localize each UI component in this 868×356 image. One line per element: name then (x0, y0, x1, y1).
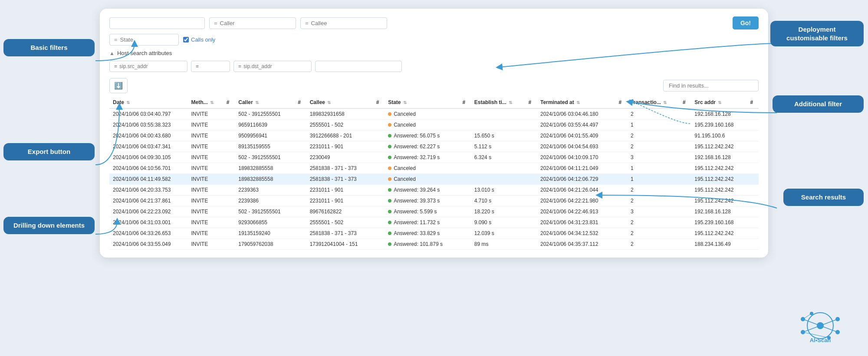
col-terminated[interactable]: Terminated at ⇅ (537, 97, 615, 108)
cell-callee: 189832931658 (306, 108, 373, 120)
sip-dst-input[interactable]: = (233, 61, 312, 72)
table-row[interactable]: 2024/10/06 04:33:26.653 INVITE 191351592… (109, 228, 759, 239)
cell-state: Answered: 101.879 s (385, 239, 459, 250)
sip-dst-eq-sign: = (238, 63, 241, 69)
cell-c4 (459, 239, 470, 250)
cell-c6 (615, 174, 627, 185)
table-row[interactable]: 2024/10/06 04:20:33.753 INVITE 2239363 2… (109, 185, 759, 196)
eq-input[interactable] (191, 61, 230, 72)
date-range-input[interactable]: 2024/10/04 22:32 - 2024/11/04 23:32 (109, 17, 205, 29)
cell-method: INVITE (188, 131, 223, 141)
cell-terminated: 2024/10/06 04:10:09.170 (537, 152, 615, 163)
sip-src-field[interactable] (119, 63, 183, 69)
cell-callee: 2231011 - 901 (306, 185, 373, 196)
export-button[interactable]: ⬇️ (109, 78, 128, 93)
cell-c6 (615, 141, 627, 152)
table-row[interactable]: 2024/10/06 04:09:30.105 INVITE 502 - 391… (109, 152, 759, 163)
calls-only-label[interactable]: Calls only (183, 36, 215, 43)
col-c8[interactable]: # (746, 97, 759, 108)
cell-establish (471, 108, 525, 120)
table-row[interactable]: 2024/10/06 04:31:03.001 INVITE 929306685… (109, 217, 759, 228)
col-callee[interactable]: Callee ⇅ (306, 97, 373, 108)
cell-c6 (615, 131, 627, 141)
cell-c5 (525, 141, 537, 152)
table-row[interactable]: 2024/10/06 03:55:38.323 INVITE 965911663… (109, 120, 759, 131)
sip-dst-field[interactable] (243, 63, 307, 69)
cell-date: 2024/10/06 04:10:56.701 (109, 163, 188, 174)
svg-text:Al•Scan: Al•Scan (810, 337, 831, 343)
find-field[interactable] (669, 82, 753, 89)
col-c3[interactable]: # (373, 97, 385, 108)
col-c7[interactable]: # (679, 97, 691, 108)
callee-input[interactable]: = (300, 17, 387, 29)
col-c2[interactable]: # (294, 97, 306, 108)
cell-c8 (746, 108, 759, 120)
cell-src-addr: 195.112.242.242 (691, 141, 746, 152)
cell-terminated: 2024/10/06 03:04:46.180 (537, 108, 615, 120)
table-row[interactable]: 2024/10/06 03:04:40.797 INVITE 502 - 391… (109, 108, 759, 120)
cell-establish: 15.650 s (471, 131, 525, 141)
cell-method: INVITE (188, 206, 223, 217)
cell-src-addr: 192.168.16.128 (691, 206, 746, 217)
table-row[interactable]: 2024/10/06 04:11:49.582 INVITE 189832885… (109, 174, 759, 185)
col-establish[interactable]: Establish ti... ⇅ (471, 97, 525, 108)
cell-method: INVITE (188, 196, 223, 206)
cell-c7 (679, 196, 691, 206)
col-method[interactable]: Meth... ⇅ (188, 97, 223, 108)
callee-field[interactable] (311, 20, 382, 26)
cell-callee: 2581838 - 371 - 373 (306, 228, 373, 239)
table-row[interactable]: 2024/10/06 04:00:43.680 INVITE 950995694… (109, 131, 759, 141)
cell-establish: 18.220 s (471, 206, 525, 217)
cell-c7 (679, 239, 691, 250)
find-in-results-input[interactable] (663, 80, 759, 91)
col-c6[interactable]: # (615, 97, 627, 108)
col-caller[interactable]: Caller ⇅ (235, 97, 294, 108)
col-c4[interactable]: # (459, 97, 470, 108)
pbx-input[interactable]: =- PBX-.* (315, 61, 402, 72)
table-row[interactable]: 2024/10/06 04:21:37.861 INVITE 2239386 2… (109, 196, 759, 206)
table-row[interactable]: 2024/10/06 04:10:56.701 INVITE 189832885… (109, 163, 759, 174)
cell-c2 (294, 228, 306, 239)
col-transaction[interactable]: Transactio... ⇅ (627, 97, 679, 108)
cell-date: 2024/10/06 04:21:37.861 (109, 196, 188, 206)
cell-c6 (615, 108, 627, 120)
table-row[interactable]: 2024/10/06 04:33:55.049 INVITE 179059762… (109, 239, 759, 250)
cell-caller: 502 - 3912555501 (235, 206, 294, 217)
pbx-field[interactable]: =- PBX-.* (320, 63, 397, 69)
cell-method: INVITE (188, 152, 223, 163)
cell-terminated: 2024/10/06 03:55:44.497 (537, 120, 615, 131)
eq-field[interactable] (196, 63, 225, 69)
caller-field[interactable] (220, 20, 291, 26)
state-field[interactable] (120, 36, 174, 43)
go-button[interactable]: Go! (733, 16, 759, 29)
cell-c3 (373, 108, 385, 120)
col-state[interactable]: State ⇅ (385, 97, 459, 108)
cell-callee: 3912266688 - 201 (306, 131, 373, 141)
cell-c1 (223, 217, 235, 228)
cell-method: INVITE (188, 108, 223, 120)
col-c1[interactable]: # (223, 97, 235, 108)
cell-establish (471, 163, 525, 174)
col-c5[interactable]: # (525, 97, 537, 108)
date-range-field[interactable]: 2024/10/04 22:32 - 2024/11/04 23:32 (114, 20, 200, 26)
table-row[interactable]: 2024/10/06 04:22:23.092 INVITE 502 - 391… (109, 206, 759, 217)
sip-src-input[interactable]: = (109, 61, 187, 72)
cell-c4 (459, 152, 470, 163)
col-date[interactable]: Date ⇅ (109, 97, 188, 108)
cell-terminated: 2024/10/06 04:11:21.049 (537, 163, 615, 174)
cell-src-addr: 195.112.242.242 (691, 163, 746, 174)
advanced-filter-row: = = =- PBX-.* (109, 61, 759, 72)
cell-establish: 5.112 s (471, 141, 525, 152)
calls-only-checkbox[interactable] (183, 37, 189, 42)
cell-c4 (459, 217, 470, 228)
cell-c6 (615, 120, 627, 131)
cell-establish: 9.090 s (471, 217, 525, 228)
cell-caller: 19135159240 (235, 228, 294, 239)
col-src-addr[interactable]: Src addr ⇅ (691, 97, 746, 108)
state-input[interactable]: = (109, 34, 179, 46)
cell-c8 (746, 228, 759, 239)
cell-c7 (679, 141, 691, 152)
table-row[interactable]: 2024/10/06 04:03:47.341 INVITE 891351595… (109, 141, 759, 152)
caller-input[interactable]: = (209, 17, 296, 29)
cell-c4 (459, 108, 470, 120)
